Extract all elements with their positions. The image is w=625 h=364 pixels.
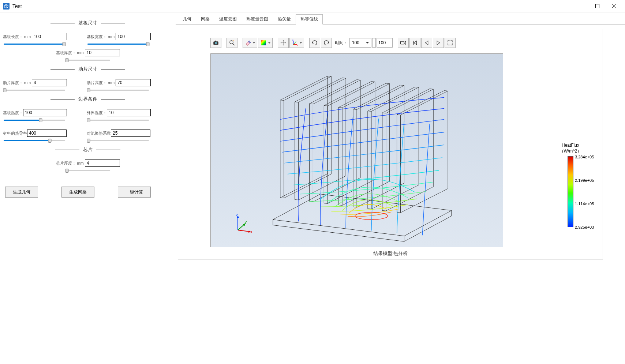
axis-triad-icon: z x y <box>233 213 253 234</box>
viewer-frame: zxy 时间： 100 100 <box>178 29 603 259</box>
expand-icon[interactable] <box>445 38 456 48</box>
generate-geometry-button[interactable]: 生成几何 <box>5 187 38 198</box>
tab-heat-vector[interactable]: 热矢量 <box>273 14 296 25</box>
svg-point-5 <box>215 42 217 44</box>
svg-line-22 <box>238 230 250 232</box>
axis-dropdown-icon[interactable]: zxy <box>289 38 304 48</box>
input-base-temp[interactable] <box>23 109 67 116</box>
slider-chip-thick[interactable] <box>66 168 110 173</box>
field-base-temp: 基板温度： <box>3 109 78 123</box>
close-button[interactable] <box>606 1 622 12</box>
time-progress[interactable] <box>372 38 376 48</box>
title-bar: Test <box>0 0 625 12</box>
slider-base-thick[interactable] <box>66 58 110 63</box>
svg-line-23 <box>238 224 244 230</box>
first-frame-icon[interactable] <box>409 38 420 48</box>
one-click-compute-button[interactable]: 一键计算 <box>118 187 151 198</box>
rotate-cw-icon[interactable] <box>309 38 320 48</box>
section-heading-base: 基板尺寸 <box>3 20 173 26</box>
svg-text:x: x <box>250 230 252 234</box>
rotate-ccw-icon[interactable] <box>321 38 332 48</box>
isosurface-render <box>211 54 503 247</box>
tab-mesh[interactable]: 网格 <box>196 14 214 25</box>
field-amb-temp: 外界温度： <box>87 109 162 123</box>
slider-base-temp[interactable] <box>4 118 65 123</box>
result-model-label: 结果模型:热分析 <box>373 250 408 257</box>
svg-text:y: y <box>296 41 297 42</box>
slider-conductivity[interactable] <box>4 138 65 143</box>
generate-mesh-button[interactable]: 生成网格 <box>61 187 94 198</box>
legend-bar <box>568 156 573 227</box>
time-label: 时间： <box>335 40 348 46</box>
minimize-button[interactable] <box>573 1 589 12</box>
slider-fin-height[interactable] <box>87 88 149 93</box>
field-base-width: 基板宽度： mm <box>87 33 162 47</box>
camera-icon[interactable] <box>210 38 221 48</box>
slider-base-length[interactable] <box>4 42 65 47</box>
svg-text:x: x <box>297 44 298 46</box>
section-heading-bc: 边界条件 <box>3 96 173 102</box>
time-select[interactable]: 100 <box>349 38 371 48</box>
field-base-length: 基板长度： mm <box>3 33 78 47</box>
input-fin-thick[interactable] <box>32 79 67 86</box>
field-convection: 对流换热系数 <box>87 130 162 143</box>
section-heading-fin: 肋片尺寸 <box>3 66 173 72</box>
slider-convection[interactable] <box>87 138 149 143</box>
colormap-dropdown-icon[interactable] <box>258 38 273 48</box>
pan-icon[interactable] <box>278 38 289 48</box>
color-legend: HeatFlux （W/m^2） 3.284e+05 2.199e+05 1.1… <box>553 143 588 227</box>
app-icon <box>3 3 10 10</box>
video-icon[interactable] <box>398 38 409 48</box>
input-fin-height[interactable] <box>116 79 151 86</box>
prev-frame-icon[interactable] <box>421 38 432 48</box>
slider-base-width[interactable] <box>87 42 149 47</box>
field-chip-thick: 芯片厚度： mm <box>56 160 120 173</box>
input-conductivity[interactable] <box>27 130 67 137</box>
tab-isotherm[interactable]: 热等值线 <box>296 14 323 25</box>
viewer-toolbar: zxy 时间： 100 100 <box>210 37 600 48</box>
svg-text:y: y <box>245 220 247 224</box>
viewer-panel: 几何 网格 温度云图 热流量云图 热矢量 热等值线 zxy 时间： <box>176 12 625 364</box>
input-convection[interactable] <box>111 130 150 137</box>
zoom-icon[interactable] <box>227 38 237 48</box>
erase-dropdown-icon[interactable] <box>243 38 257 48</box>
parameter-panel: 基板尺寸 基板长度： mm 基板宽度： mm <box>0 12 176 364</box>
svg-rect-1 <box>596 4 599 8</box>
tab-temp-contour[interactable]: 温度云图 <box>214 14 242 25</box>
field-base-thick: 基板厚度： mm <box>56 49 120 63</box>
slider-fin-thick[interactable] <box>4 88 65 93</box>
svg-rect-6 <box>215 41 216 42</box>
field-conductivity: 材料的热导率 <box>3 130 78 143</box>
tab-geometry[interactable]: 几何 <box>178 14 196 25</box>
section-heading-chip: 芯片 <box>3 146 173 153</box>
tab-heatflux-contour[interactable]: 热流量云图 <box>242 14 273 25</box>
3d-viewport[interactable]: z x y <box>210 53 503 247</box>
tab-bar: 几何 网格 温度云图 热流量云图 热矢量 热等值线 <box>176 14 625 25</box>
input-amb-temp[interactable] <box>107 109 151 116</box>
svg-rect-9 <box>261 40 266 45</box>
svg-line-14 <box>293 42 296 45</box>
svg-line-8 <box>233 44 235 45</box>
maximize-button[interactable] <box>589 1 606 12</box>
svg-point-7 <box>230 41 233 44</box>
slider-amb-temp[interactable] <box>87 118 149 123</box>
svg-rect-18 <box>401 41 404 44</box>
field-fin-height: 肋片高度： mm <box>87 79 162 93</box>
input-base-length[interactable] <box>32 33 67 40</box>
input-base-width[interactable] <box>116 33 151 40</box>
window-title: Test <box>12 3 22 9</box>
time-spin[interactable]: 100 <box>377 38 393 48</box>
input-base-thick[interactable] <box>85 49 120 56</box>
field-fin-thick: 肋片厚度： mm <box>3 79 78 93</box>
play-icon[interactable] <box>433 38 444 48</box>
svg-text:z: z <box>236 213 238 217</box>
input-chip-thick[interactable] <box>85 160 120 167</box>
